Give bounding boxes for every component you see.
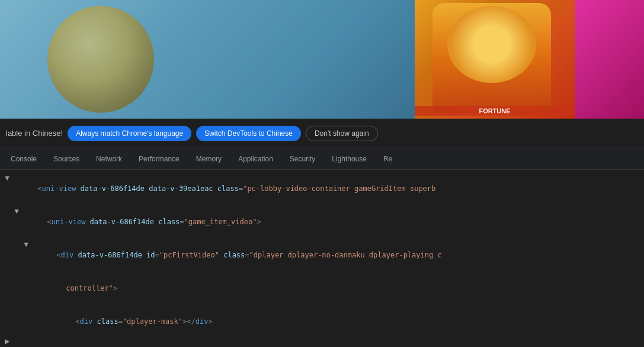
devtools-tabs-bar: Console Sources Network Performance Memo… bbox=[0, 148, 644, 170]
tiger-face bbox=[447, 6, 536, 83]
tiger-game-card: FORTUNE bbox=[415, 0, 575, 119]
tab-more[interactable]: Re bbox=[375, 148, 401, 170]
lang-notification-text: lable in Chinese! bbox=[6, 129, 63, 138]
expand-arrow-3[interactable]: ▼ bbox=[21, 239, 31, 250]
top-image-area: FORTUNE bbox=[0, 0, 644, 119]
dont-show-again-button[interactable]: Don't show again bbox=[306, 126, 378, 141]
always-match-language-button[interactable]: Always match Chrome's language bbox=[68, 126, 191, 141]
code-content-2: <uni-view data-v-686f14de class="game_it… bbox=[21, 206, 261, 238]
code-panel: ▼ <uni-view data-v-686f14de data-v-39ea1… bbox=[0, 170, 644, 347]
bottom-arrow-icon[interactable]: ▶ bbox=[5, 338, 9, 345]
tab-performance[interactable]: Performance bbox=[130, 148, 188, 170]
left-game-image bbox=[0, 0, 415, 119]
expand-arrow-5 bbox=[40, 305, 50, 316]
bottom-bar: ▶ bbox=[0, 335, 644, 347]
other-game-card bbox=[575, 0, 644, 119]
tab-network[interactable]: Network bbox=[88, 148, 130, 170]
code-line-4: controller"> bbox=[0, 272, 644, 305]
expand-arrow-2[interactable]: ▼ bbox=[12, 206, 21, 217]
code-line-2: ▼ <uni-view data-v-686f14de class="game_… bbox=[0, 205, 644, 238]
coin-decoration bbox=[47, 6, 154, 113]
tab-lighthouse[interactable]: Lighthouse bbox=[323, 148, 375, 170]
code-content-3: <div data-v-686f14de id="pcFirstVideo" c… bbox=[31, 239, 442, 271]
expand-arrow-1[interactable]: ▼ bbox=[2, 173, 12, 183]
code-line-5: <div class="dplayer-mask"></div> bbox=[0, 305, 644, 338]
lang-notification-bar: lable in Chinese! Always match Chrome's … bbox=[0, 119, 644, 148]
switch-devtools-language-button[interactable]: Switch DevTools to Chinese bbox=[196, 126, 301, 141]
tab-application[interactable]: Application bbox=[230, 148, 281, 170]
expand-arrow-4 bbox=[31, 272, 40, 283]
tab-security[interactable]: Security bbox=[281, 148, 323, 170]
tab-console[interactable]: Console bbox=[2, 148, 45, 170]
code-line-1: ▼ <uni-view data-v-686f14de data-v-39ea1… bbox=[0, 172, 644, 205]
code-content-1: <uni-view data-v-686f14de data-v-39ea1ea… bbox=[12, 173, 435, 205]
tab-sources[interactable]: Sources bbox=[45, 148, 88, 170]
tab-memory[interactable]: Memory bbox=[188, 148, 230, 170]
code-line-3: ▼ <div data-v-686f14de id="pcFirstVideo"… bbox=[0, 238, 644, 272]
code-content-5: <div class="dplayer-mask"></div> bbox=[50, 305, 213, 338]
code-content-4: controller"> bbox=[40, 272, 117, 304]
right-game-images: FORTUNE bbox=[415, 0, 644, 119]
fortune-label: FORTUNE bbox=[415, 106, 575, 116]
